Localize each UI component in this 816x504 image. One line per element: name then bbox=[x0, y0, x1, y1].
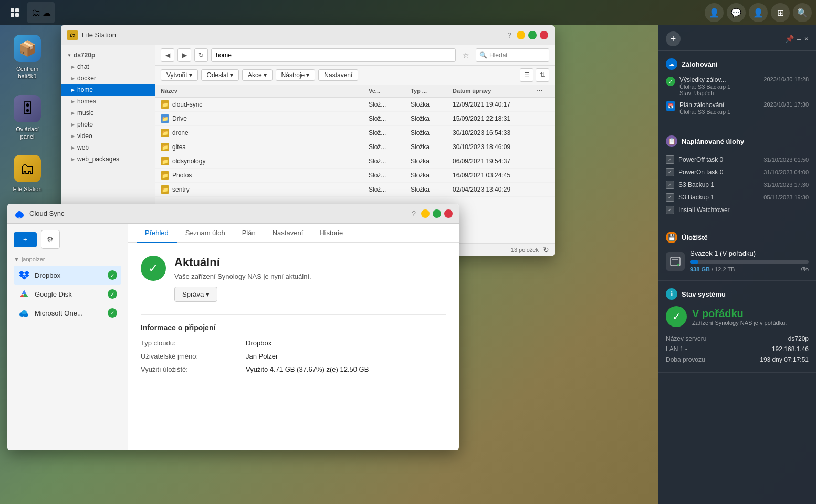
search-box: 🔍 bbox=[476, 48, 549, 62]
storage-label: Úložiště bbox=[682, 234, 708, 242]
uptime-label: Doba provozu bbox=[666, 356, 705, 363]
close-button[interactable]: × bbox=[540, 31, 548, 39]
cloud-sync-content: + ⚙ ▼ janpolzer bbox=[7, 224, 459, 450]
sidebar-item-homes[interactable]: ▶ homes bbox=[61, 96, 155, 107]
refresh-button[interactable]: ↻ bbox=[194, 48, 208, 62]
storage-text: 938 GB / 12.2 TB bbox=[690, 266, 735, 272]
col-date[interactable]: Datum úpravy bbox=[453, 88, 537, 94]
info-section-title: Informace o připojení bbox=[141, 323, 446, 332]
cloud-sync-main: Přehled Seznam úloh Plán Nastavení Histo… bbox=[128, 224, 459, 450]
management-button[interactable]: Správa ▾ bbox=[174, 287, 217, 302]
divider bbox=[141, 314, 446, 315]
disk-icon bbox=[666, 252, 685, 271]
file-name-cell: 📁 gitea bbox=[161, 143, 369, 151]
task-check-2: ✓ bbox=[666, 181, 674, 189]
col-more[interactable]: ⋯ bbox=[537, 88, 549, 94]
info-section: Informace o připojení Typ cloudu: Dropbo… bbox=[141, 323, 446, 373]
sidebar-item-home[interactable]: ▶ home bbox=[61, 84, 155, 96]
sidebar-item-video[interactable]: ▶ video bbox=[61, 130, 155, 142]
odeslat-button[interactable]: Odeslat ▾ bbox=[201, 69, 239, 81]
start-button[interactable] bbox=[4, 2, 25, 23]
table-row[interactable]: 📁 sentry Slož... Složka 02/04/2023 13:40… bbox=[155, 183, 555, 197]
back-button[interactable]: ◀ bbox=[161, 48, 174, 62]
forward-button[interactable]: ▶ bbox=[177, 48, 191, 62]
cs-help-button[interactable]: ? bbox=[412, 209, 416, 218]
rp-add-button[interactable]: + bbox=[666, 32, 681, 46]
table-row[interactable]: 📁 gitea Slož... Složka 30/10/2023 18:46:… bbox=[155, 140, 555, 154]
tab-prehled[interactable]: Přehled bbox=[137, 224, 177, 243]
storage-value: Využito 4.71 GB (37.67%) z(e) 12.50 GB bbox=[246, 365, 446, 373]
sidebar-item-web-packages[interactable]: ▶ web_packages bbox=[61, 153, 155, 165]
taskbar-user-icon[interactable]: 👤 bbox=[705, 3, 724, 22]
taskbar-file-station[interactable]: 🗂 ☁ bbox=[27, 2, 55, 23]
backup-result-title: Výsledky zálov... bbox=[679, 76, 759, 83]
package-center-icon[interactable]: 📦 Centrum balíčků bbox=[6, 32, 48, 83]
task-date-0: 31/10/2023 01:50 bbox=[763, 156, 809, 163]
taskbar-person-icon[interactable]: 👤 bbox=[749, 3, 768, 22]
rp-minimize-button[interactable]: – bbox=[797, 35, 801, 43]
taskbar-search-icon[interactable]: 🔍 bbox=[793, 3, 812, 22]
col-name[interactable]: Název bbox=[161, 88, 369, 94]
taskbar-chat-icon[interactable]: 💬 bbox=[727, 3, 746, 22]
tasks-section-title: 📋 Naplánované úlohy bbox=[666, 135, 809, 147]
task-check-0: ✓ bbox=[666, 155, 674, 164]
cloud-sync-title: Cloud Sync bbox=[29, 209, 407, 217]
task-item-3: ✓ S3 Backup 1 05/11/2023 19:30 bbox=[666, 191, 809, 204]
col-size[interactable]: Ve... bbox=[369, 88, 411, 94]
onedrive-sync-item[interactable]: Microsoft One... ✓ bbox=[14, 303, 121, 322]
rp-close-button[interactable]: × bbox=[804, 35, 809, 43]
rp-pin-button[interactable]: 📌 bbox=[785, 35, 794, 43]
table-row[interactable]: 📁 Drive Slož... Složka 15/09/2021 22:18:… bbox=[155, 112, 555, 126]
search-input[interactable] bbox=[489, 51, 546, 59]
package-center-label: Centrum balíčků bbox=[9, 65, 45, 80]
add-sync-button[interactable]: + bbox=[14, 232, 37, 247]
cs-maximize-button[interactable]: □ bbox=[433, 209, 441, 218]
rp-controls: 📌 – × bbox=[785, 35, 809, 43]
help-button[interactable]: ? bbox=[507, 31, 511, 39]
sort-button[interactable]: ⇅ bbox=[536, 68, 549, 82]
tab-plan[interactable]: Plán bbox=[234, 224, 264, 243]
table-row[interactable]: 📁 oldsynology Slož... Složka 06/09/2021 … bbox=[155, 154, 555, 169]
cs-close-button[interactable]: × bbox=[444, 209, 453, 218]
backup-plan-date: 2023/10/31 17:30 bbox=[763, 101, 809, 108]
vytvoit-button[interactable]: Vytvořit ▾ bbox=[161, 69, 198, 81]
sidebar-item-photo[interactable]: ▶ photo bbox=[61, 119, 155, 130]
nastaveni-button[interactable]: Nastavení bbox=[318, 69, 358, 81]
task-item-1: ✓ PowerOn task 0 31/10/2023 04:00 bbox=[666, 166, 809, 178]
minimize-button[interactable]: – bbox=[517, 31, 525, 39]
maximize-button[interactable]: □ bbox=[528, 31, 537, 39]
taskbar-grid-icon[interactable]: ⊞ bbox=[771, 3, 790, 22]
tab-nastaveni[interactable]: Nastavení bbox=[264, 224, 312, 243]
table-row[interactable]: 📁 cloud-sync Slož... Složka 12/09/2021 1… bbox=[155, 98, 555, 112]
sidebar-item-docker[interactable]: ▶ docker bbox=[61, 72, 155, 84]
status-card: ✓ Aktuální Vaše zařízení Synology NAS je… bbox=[141, 256, 446, 302]
refresh-status-button[interactable]: ↻ bbox=[543, 246, 549, 254]
gdrive-sync-item[interactable]: Google Disk ✓ bbox=[14, 285, 121, 303]
cs-minimize-button[interactable]: – bbox=[421, 209, 430, 218]
table-row[interactable]: 📁 Photos Slož... Složka 16/09/2021 03:24… bbox=[155, 169, 555, 183]
sidebar-item-chat[interactable]: ▶ chat bbox=[61, 61, 155, 72]
path-input[interactable] bbox=[211, 48, 456, 62]
list-view-button[interactable]: ☰ bbox=[520, 68, 533, 82]
onedrive-status-badge: ✓ bbox=[108, 308, 117, 318]
status-title: Aktuální bbox=[174, 256, 311, 269]
nastroje-button[interactable]: Nástroje ▾ bbox=[276, 69, 316, 81]
sidebar-item-music[interactable]: ▶ music bbox=[61, 107, 155, 119]
storage-pct: 7% bbox=[800, 266, 809, 273]
fs-nav-toolbar: ◀ ▶ ↻ ☆ 🔍 bbox=[155, 45, 555, 66]
akce-button[interactable]: Akce ▾ bbox=[242, 69, 273, 81]
bookmark-button[interactable]: ☆ bbox=[459, 48, 473, 62]
svg-rect-0 bbox=[11, 8, 14, 12]
tab-historie[interactable]: Historie bbox=[311, 224, 351, 243]
sidebar-item-web[interactable]: ▶ web bbox=[61, 142, 155, 153]
tab-seznam-uloh[interactable]: Seznam úloh bbox=[177, 224, 234, 243]
file-station-desktop-icon[interactable]: 🗂 File Station bbox=[6, 152, 48, 196]
task-check-3: ✓ bbox=[666, 193, 674, 202]
backup-plan-info: Plán zálohování Úloha: S3 Backup 1 bbox=[679, 101, 759, 115]
table-row[interactable]: 📁 drone Slož... Složka 30/10/2023 16:54:… bbox=[155, 126, 555, 140]
google-drive-icon bbox=[18, 288, 30, 300]
control-panel-icon[interactable]: 🎛 Ovládací panel bbox=[6, 92, 48, 144]
col-type[interactable]: Typ ... bbox=[411, 88, 453, 94]
cs-settings-button[interactable]: ⚙ bbox=[41, 230, 60, 249]
dropbox-sync-item[interactable]: Dropbox ✓ bbox=[14, 266, 121, 285]
